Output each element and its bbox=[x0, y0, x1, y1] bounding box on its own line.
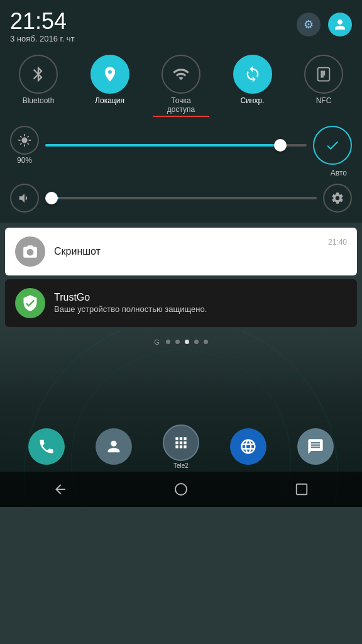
nav-bar bbox=[0, 472, 362, 507]
volume-slider[interactable] bbox=[45, 192, 317, 204]
user-icon-button[interactable] bbox=[328, 13, 352, 36]
hotspot-label: Точкадоступа bbox=[167, 96, 195, 114]
date: 3 нояб. 2016 г. чт bbox=[10, 34, 75, 43]
sliders-section: 90% Авто bbox=[10, 126, 352, 213]
messages-icon[interactable] bbox=[297, 428, 334, 465]
status-icons: ⚙ bbox=[297, 13, 352, 36]
brightness-percent: 90% bbox=[17, 156, 32, 165]
screenshot-notif-icon bbox=[15, 236, 45, 267]
screenshot-notif-time: 21:40 bbox=[328, 238, 347, 247]
quick-settings-panel: 21:54 3 нояб. 2016 г. чт ⚙ Bluetooth bbox=[0, 0, 362, 223]
screenshot-notif-content: Скриншот bbox=[54, 246, 328, 257]
bluetooth-label: Bluetooth bbox=[23, 96, 55, 105]
sync-toggle[interactable]: Синхр. bbox=[224, 55, 281, 105]
home-area: G Tel bbox=[0, 331, 362, 507]
hotspot-underline bbox=[153, 116, 209, 117]
trustgo-notif-icon bbox=[15, 288, 45, 318]
browser-icon[interactable] bbox=[230, 428, 266, 465]
trustgo-notification[interactable]: TrustGo Ваше устройство полностью защище… bbox=[5, 279, 357, 327]
auto-label: Авто bbox=[331, 169, 347, 177]
nfc-label: NFC bbox=[316, 96, 332, 105]
brightness-row: 90% bbox=[10, 126, 352, 165]
volume-icon bbox=[10, 184, 39, 213]
settings-slider-icon[interactable] bbox=[323, 184, 352, 213]
settings-icon-button[interactable]: ⚙ bbox=[297, 13, 321, 36]
bluetooth-icon bbox=[19, 55, 58, 94]
contacts-icon[interactable] bbox=[96, 428, 132, 465]
dock: Tele2 bbox=[0, 425, 362, 469]
apps-icon[interactable] bbox=[163, 425, 199, 461]
status-bar: 21:54 3 нояб. 2016 г. чт ⚙ bbox=[10, 10, 352, 43]
apps-label: Tele2 bbox=[173, 462, 189, 469]
clock: 21:54 bbox=[10, 10, 75, 33]
dock-apps[interactable]: Tele2 bbox=[163, 425, 199, 469]
location-toggle[interactable]: Локация bbox=[82, 55, 138, 105]
back-button[interactable] bbox=[41, 472, 79, 507]
time-block: 21:54 3 нояб. 2016 г. чт bbox=[10, 10, 75, 43]
auto-brightness-toggle[interactable] bbox=[313, 126, 352, 165]
nfc-toggle[interactable]: NFC bbox=[295, 55, 352, 105]
sync-label: Синхр. bbox=[240, 96, 264, 105]
brightness-slider[interactable] bbox=[45, 139, 307, 152]
nfc-icon bbox=[304, 55, 343, 94]
hotspot-icon bbox=[162, 55, 200, 94]
brightness-icon bbox=[10, 126, 39, 155]
hotspot-toggle[interactable]: Точкадоступа bbox=[153, 55, 209, 117]
volume-row bbox=[10, 184, 352, 213]
toggles-row: Bluetooth Локация Точкадоступа bbox=[10, 55, 352, 117]
bluetooth-toggle[interactable]: Bluetooth bbox=[10, 55, 67, 105]
dock-messages[interactable] bbox=[297, 428, 334, 465]
home-button[interactable] bbox=[162, 472, 200, 507]
dock-phone[interactable] bbox=[28, 428, 65, 465]
dock-contacts[interactable] bbox=[96, 428, 132, 465]
sync-icon bbox=[233, 55, 272, 94]
svg-rect-0 bbox=[318, 68, 330, 81]
trustgo-notif-content: TrustGo Ваше устройство полностью защище… bbox=[54, 292, 347, 314]
svg-rect-2 bbox=[297, 484, 307, 495]
trustgo-notif-title: TrustGo bbox=[54, 292, 347, 303]
notifications-area: Скриншот 21:40 TrustGo Ваше устройство п… bbox=[0, 223, 362, 327]
svg-point-1 bbox=[175, 484, 187, 495]
location-label: Локация bbox=[95, 96, 124, 105]
trustgo-notif-subtitle: Ваше устройство полностью защищено. bbox=[54, 304, 347, 314]
phone-icon[interactable] bbox=[28, 428, 65, 465]
dock-browser[interactable] bbox=[230, 428, 266, 465]
recents-button[interactable] bbox=[283, 472, 321, 507]
screenshot-notification[interactable]: Скриншот 21:40 bbox=[5, 228, 357, 275]
screenshot-notif-title: Скриншот bbox=[54, 246, 328, 257]
location-icon bbox=[90, 55, 129, 94]
